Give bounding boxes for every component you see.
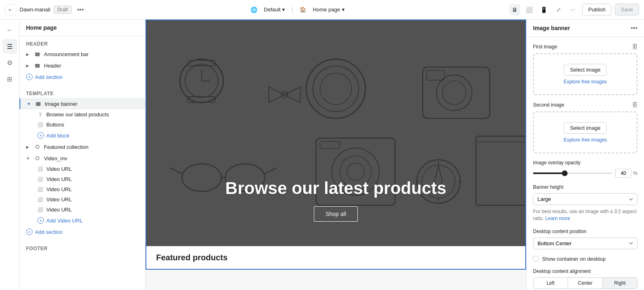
svg-rect-6 (36, 102, 40, 103)
globe-icon: 🌐 (250, 7, 257, 13)
publish-button[interactable]: Publish (582, 4, 612, 15)
show-container-label: Show container on desktop (542, 256, 606, 262)
banner-section: Browse our latest products Shop all (146, 20, 525, 246)
show-container-row: Show container on desktop (533, 256, 637, 262)
featured-bar: Featured products (146, 246, 525, 269)
second-image-label: Second image 🗄 (533, 102, 637, 108)
canvas-scroll[interactable]: Browse our latest products Shop all Feat… (146, 20, 526, 290)
nav-back-button[interactable]: ← (2, 23, 17, 37)
video-url-3-label: Video URL (46, 186, 139, 192)
canvas-area: Browse our latest products Shop all Feat… (146, 20, 526, 290)
apps-button[interactable]: ⊞ (2, 72, 17, 86)
slider-value-box: % (615, 169, 637, 178)
video-url-2-label: Video URL (46, 176, 139, 182)
desktop-position-label: Desktop content position (533, 229, 637, 234)
add-block-button[interactable]: + Add block (20, 130, 145, 141)
desktop-position-select[interactable]: Bottom Center Top Left Top Center Top Ri… (533, 238, 637, 249)
banner-height-info: For best results, use an image with a 3:… (533, 208, 637, 222)
topbar-center: 🌐 Default ▾ | 🏠 Home page ▾ (89, 6, 506, 13)
sidebar-item-video-url-4[interactable]: ⬜ Video URL (20, 194, 145, 205)
right-panel-more-button[interactable]: ••• (631, 24, 637, 32)
add-circle-icon: + (26, 74, 33, 80)
add-section-top-button[interactable]: + Add section (20, 71, 145, 83)
template-section-label: Template (20, 89, 145, 98)
footer-section-group: Footer (20, 241, 145, 256)
banner-height-label: Banner height (533, 184, 637, 190)
drag-icon-4 (34, 144, 41, 150)
sidebar-item-video-url-1[interactable]: ⬜ Video URL (20, 164, 145, 174)
slider-value-input[interactable] (615, 169, 631, 178)
learn-more-link[interactable]: Learn more (545, 216, 570, 221)
explore-free-images-1-link[interactable]: Explore free images (564, 79, 607, 85)
sidebar: Home page Header ▶ Announcement bar ▶ (20, 20, 146, 290)
video-url-5-label: Video URL (46, 207, 139, 213)
svg-rect-0 (35, 53, 39, 54)
undo-button[interactable]: ↩ (568, 4, 579, 15)
buttons-label: Buttons (46, 122, 139, 128)
header-section-label: Header (20, 39, 145, 48)
add-section-bottom-button[interactable]: + Add section (20, 226, 145, 238)
add-video-url-button[interactable]: + Add Video URL (20, 215, 145, 226)
sidebar-item-video-url-2[interactable]: ⬜ Video URL (20, 174, 145, 184)
topbar-left: ← Dawn-manali Draft ••• (5, 4, 86, 15)
select-image-2-button[interactable]: Select image (564, 122, 607, 134)
sidebar-item-buttons[interactable]: ⬜ Buttons (20, 120, 145, 130)
show-container-checkbox[interactable] (533, 256, 539, 262)
sidebar-item-video-url-5[interactable]: ⬜ Video URL (20, 205, 145, 215)
featured-products-title: Featured products (156, 253, 228, 262)
desktop-view-button[interactable]: 🖥 (509, 4, 520, 15)
sidebar-item-browse-text[interactable]: T Browse our latest products (20, 109, 145, 120)
drag-icon-3 (35, 100, 41, 107)
select-image-1-button[interactable]: Select image (564, 64, 607, 76)
add-block-circle-icon: + (37, 132, 44, 139)
sidebar-item-video-url-3[interactable]: ⬜ Video URL (20, 184, 145, 194)
overlay-opacity-group: Image overlay opacity % (533, 160, 637, 178)
chevron-down-icon: ▾ (282, 7, 285, 13)
header-section-group: Header ▶ Announcement bar ▶ Header (20, 36, 145, 86)
browse-text-label: Browse our latest products (46, 111, 139, 118)
align-left-button[interactable]: Left (533, 278, 568, 288)
svg-point-10 (36, 157, 39, 160)
explore-free-images-2-link[interactable]: Explore free images (564, 137, 607, 143)
theme-dropdown[interactable]: Default ▾ (264, 7, 285, 13)
sidebar-item-image-banner[interactable]: ▼ Image banner (20, 98, 145, 109)
align-center-button[interactable]: Center (568, 278, 603, 288)
back-button[interactable]: ← (5, 4, 16, 15)
home-icon: 🏠 (300, 7, 306, 13)
button-icon: ⬜ (37, 122, 43, 128)
right-panel: Image banner ••• First image 🗄 Select im… (526, 20, 644, 290)
site-name: Dawn-manali (20, 7, 50, 13)
banner-height-group: Banner height Large Small Medium Full sc… (533, 184, 637, 222)
main-layout: ← ☰ ⚙ ⊞ Home page Header ▶ Announcement … (0, 20, 644, 290)
banner-content: Browse our latest products Shop all (146, 179, 525, 222)
header-label: Header (44, 63, 139, 69)
svg-rect-4 (35, 65, 39, 66)
template-section-group: Template ▼ Image banner T Browse our lat… (20, 86, 145, 241)
opacity-slider[interactable] (533, 172, 612, 174)
sections-button[interactable]: ☰ (2, 39, 17, 54)
more-button[interactable]: ••• (75, 4, 86, 15)
video-url-4-label: Video URL (46, 196, 139, 203)
sidebar-item-header[interactable]: ▶ Header (20, 60, 145, 71)
video-icon-2: ⬜ (37, 177, 43, 182)
align-right-button[interactable]: Right (603, 278, 637, 288)
shop-all-button[interactable]: Shop all (314, 206, 358, 222)
expand-view-button[interactable]: ⤢ (553, 4, 564, 15)
sidebar-item-featured-collection[interactable]: ▶ Featured collection (20, 141, 145, 153)
add-section-bottom-circle: + (26, 229, 33, 235)
page-dropdown[interactable]: Home page ▾ (313, 7, 344, 13)
drag-icon-2 (34, 62, 41, 69)
tablet-view-button[interactable]: ⬜ (524, 4, 535, 15)
banner-height-select[interactable]: Large Small Medium Full screen (533, 193, 637, 205)
database-icon-1: 🗄 (632, 44, 637, 50)
settings-button[interactable]: ⚙ (2, 55, 17, 70)
overlay-opacity-label: Image overlay opacity (533, 160, 637, 166)
right-panel-header: Image banner ••• (527, 20, 644, 37)
alignment-buttons: Left Center Right (533, 277, 637, 289)
sidebar-item-announcement[interactable]: ▶ Announcement bar (20, 48, 145, 60)
mobile-view-button[interactable]: 📱 (538, 4, 550, 15)
save-button[interactable]: Save (615, 4, 639, 15)
slider-thumb[interactable] (562, 170, 568, 176)
sidebar-item-video-mv[interactable]: ▼ Video_mv (20, 153, 145, 164)
first-image-drop-area: Select image Explore free images (533, 53, 637, 95)
